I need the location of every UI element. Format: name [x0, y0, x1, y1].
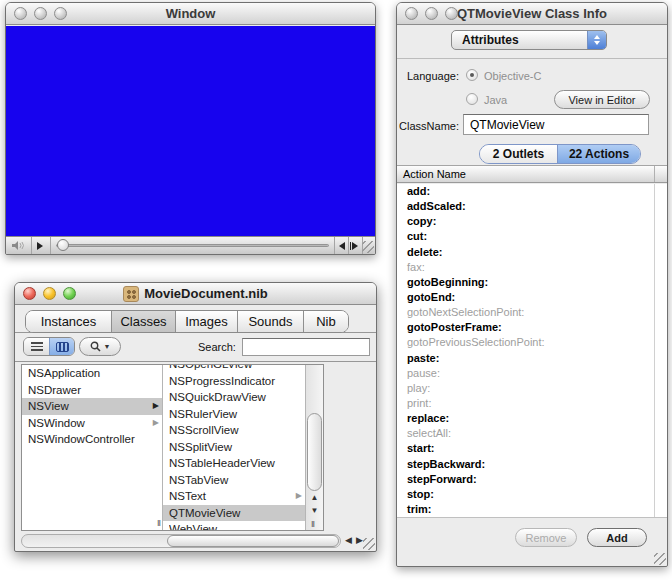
search-input[interactable]: [242, 338, 370, 356]
action-row[interactable]: stop:: [397, 487, 667, 502]
action-row[interactable]: replace:: [397, 411, 667, 426]
list-view-icon: [31, 342, 43, 351]
action-row[interactable]: trim:: [397, 502, 667, 517]
list-item[interactable]: NSProgressIndicator: [163, 373, 305, 390]
radio-java[interactable]: [466, 93, 478, 105]
action-row[interactable]: gotoNextSelectionPoint:: [397, 305, 667, 320]
list-item[interactable]: NSWindowController: [22, 431, 162, 448]
step-backward-button[interactable]: [334, 237, 348, 254]
radio-objective-c-label: Objective-C: [484, 70, 541, 82]
action-row[interactable]: gotoBeginning:: [397, 275, 667, 290]
browser-vertical-scrollbar[interactable]: ▲ ▼ II: [306, 365, 323, 530]
zoom-button[interactable]: [54, 7, 67, 20]
list-item[interactable]: NSScrollView: [163, 422, 305, 439]
view-in-editor-button[interactable]: View in Editor: [554, 90, 650, 109]
scrollbar-thumb[interactable]: [167, 535, 339, 547]
list-item[interactable]: NSTableHeaderView: [163, 455, 305, 472]
list-item[interactable]: NSSplitView: [163, 439, 305, 456]
tab-nib[interactable]: Nib: [304, 311, 348, 332]
inspector-popup-button[interactable]: Attributes: [451, 30, 607, 50]
list-item[interactable]: NSOpenGLView: [163, 365, 305, 373]
action-row[interactable]: play:: [397, 381, 667, 396]
action-row[interactable]: add:: [397, 184, 667, 199]
action-row[interactable]: stepBackward:: [397, 457, 667, 472]
step-buttons: [334, 237, 375, 254]
scroll-left-button[interactable]: ◀: [345, 535, 352, 545]
movie-view-content[interactable]: [6, 26, 375, 236]
resize-grip[interactable]: [362, 237, 375, 254]
play-button[interactable]: [32, 237, 51, 254]
list-item[interactable]: NSText ▶: [163, 488, 305, 505]
column-resize-handle[interactable]: II: [157, 518, 160, 528]
close-button[interactable]: [23, 287, 36, 300]
tab-outlets[interactable]: 2 Outlets: [480, 145, 558, 163]
window-controls: [23, 287, 76, 300]
column-view-icon: [56, 342, 69, 352]
column-resize-handle[interactable]: II: [311, 519, 314, 529]
list-item-selected[interactable]: QTMovieView: [163, 505, 305, 522]
action-row[interactable]: start:: [397, 441, 667, 456]
radio-objective-c[interactable]: [466, 69, 478, 81]
list-item[interactable]: NSWindow ▶: [22, 415, 162, 432]
scroll-up-button[interactable]: ▲: [306, 493, 323, 502]
action-row[interactable]: selectAll:: [397, 426, 667, 441]
list-item[interactable]: WebView: [163, 521, 305, 530]
add-button[interactable]: Add: [587, 528, 647, 547]
list-item[interactable]: NSQuickDrawView: [163, 389, 305, 406]
action-row[interactable]: paste:: [397, 351, 667, 366]
list-item[interactable]: NSDrawer: [22, 382, 162, 399]
action-row[interactable]: delete:: [397, 245, 667, 260]
nib-toolbar: ▼ Search:: [15, 333, 376, 362]
list-item-selected[interactable]: NSView ▶: [22, 398, 162, 415]
action-row[interactable]: print:: [397, 396, 667, 411]
column-view-button[interactable]: [49, 338, 74, 355]
minimize-button[interactable]: [34, 7, 47, 20]
action-row[interactable]: copy:: [397, 214, 667, 229]
tab-actions[interactable]: 22 Actions: [558, 145, 640, 163]
close-button[interactable]: [14, 7, 27, 20]
tab-instances[interactable]: Instances: [26, 311, 112, 332]
action-row[interactable]: gotoPreviousSelectionPoint:: [397, 335, 667, 350]
action-row[interactable]: fax:: [397, 260, 667, 275]
remove-button[interactable]: Remove: [515, 528, 577, 547]
list-item[interactable]: NSApplication: [22, 365, 162, 382]
list-item[interactable]: NSRulerView: [163, 406, 305, 423]
list-item[interactable]: NSTabView: [163, 472, 305, 489]
nib-window-titlebar[interactable]: MovieDocument.nib: [15, 283, 376, 305]
scroll-down-button[interactable]: ▼: [306, 506, 323, 515]
action-table-header[interactable]: Action Name: [397, 165, 667, 183]
window-title: MovieDocument.nib: [144, 286, 268, 301]
action-row[interactable]: cut:: [397, 229, 667, 244]
volume-button[interactable]: [6, 237, 32, 254]
browser-horizontal-scrollbar[interactable]: [21, 534, 341, 548]
zoom-button[interactable]: [445, 7, 458, 20]
resize-grip[interactable]: [654, 553, 666, 565]
scrollbar-thumb[interactable]: [307, 413, 322, 491]
scrubber-knob[interactable]: [57, 239, 69, 251]
close-button[interactable]: [405, 7, 418, 20]
tab-sounds[interactable]: Sounds: [238, 311, 304, 332]
minimize-button[interactable]: [425, 7, 438, 20]
zoom-button[interactable]: [63, 287, 76, 300]
scroll-right-button[interactable]: ▶: [356, 535, 363, 545]
resize-grip[interactable]: [363, 538, 375, 550]
action-row[interactable]: addScaled:: [397, 199, 667, 214]
classname-input[interactable]: [463, 114, 649, 135]
tab-classes[interactable]: Classes: [112, 311, 176, 332]
search-scope-button[interactable]: ▼: [79, 337, 121, 356]
action-row[interactable]: gotoPosterFrame:: [397, 320, 667, 335]
action-name-column-header[interactable]: Action Name: [397, 168, 654, 180]
tab-images[interactable]: Images: [176, 311, 238, 332]
action-row[interactable]: gotoEnd:: [397, 290, 667, 305]
class-info-titlebar[interactable]: QTMovieView Class Info: [397, 3, 667, 25]
scrubber-track[interactable]: [56, 244, 329, 247]
action-row[interactable]: pause:: [397, 366, 667, 381]
movie-window-titlebar[interactable]: Window: [6, 3, 375, 25]
action-list-scrollbar-track[interactable]: [654, 184, 667, 519]
action-row[interactable]: stepForward:: [397, 472, 667, 487]
movie-scrubber[interactable]: [51, 237, 334, 254]
minimize-button[interactable]: [43, 287, 56, 300]
step-forward-button[interactable]: [348, 237, 362, 254]
step-backward-icon: [335, 242, 345, 250]
list-view-button[interactable]: [24, 338, 49, 355]
